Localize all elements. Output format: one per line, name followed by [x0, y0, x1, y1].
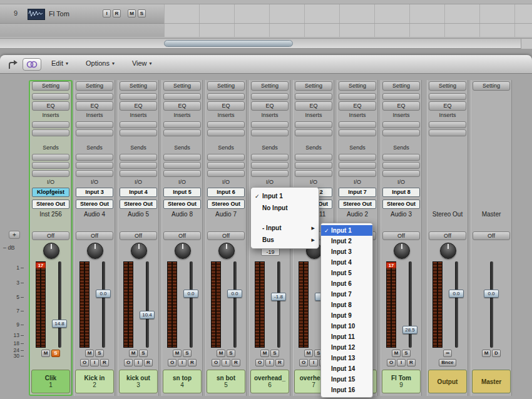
track-name-label[interactable]: Master [472, 370, 511, 393]
fader-cap[interactable]: 0.0 [449, 290, 464, 298]
channel-strip-sn-bot[interactable]: SettingEQInsertsSendsI/OInput 6Stereo Ou… [205, 80, 247, 396]
submenu-item[interactable]: Input 9 [321, 310, 372, 321]
o-button[interactable]: O [299, 359, 308, 366]
channel-strip-kick-out[interactable]: SettingEQInsertsSendsI/OInput 4Stereo Ou… [118, 80, 159, 396]
track-button-m[interactable]: M [128, 9, 136, 18]
horizontal-scrollbar[interactable] [0, 38, 532, 49]
fader-track[interactable] [455, 261, 458, 348]
send-slot[interactable] [32, 162, 69, 169]
setting-button[interactable]: Setting [339, 81, 376, 91]
send-slot[interactable] [32, 170, 69, 177]
send-slot[interactable] [76, 162, 113, 169]
send-slot[interactable] [163, 162, 201, 169]
strip-slot[interactable] [120, 93, 157, 100]
channel-strip-output[interactable]: SettingEQInsertsStereo OutOff0.0∞BnceOut… [427, 80, 468, 396]
setting-button[interactable]: Setting [429, 81, 466, 91]
submenu-item[interactable]: Input 14 [321, 363, 372, 374]
send-slot[interactable] [163, 170, 201, 177]
insert-slot[interactable] [251, 129, 289, 136]
setting-button[interactable]: Setting [163, 81, 201, 91]
bounce-button[interactable]: Bnce [439, 359, 456, 366]
insert-slot[interactable] [339, 121, 376, 128]
input-monitor-button[interactable]: I [134, 359, 143, 366]
send-slot[interactable] [120, 170, 157, 177]
send-slot[interactable] [207, 154, 245, 161]
submenu-item[interactable]: Input 3 [321, 246, 372, 257]
mute-button[interactable]: M [129, 350, 138, 357]
strip-slot[interactable] [339, 93, 376, 100]
strip-slot[interactable] [295, 93, 332, 100]
send-slot[interactable] [251, 154, 289, 161]
input-slot[interactable]: Input 7 [339, 188, 376, 197]
setting-button[interactable]: Setting [120, 81, 157, 91]
pan-knob[interactable] [43, 243, 59, 259]
record-button[interactable]: R [188, 359, 197, 366]
automation-mode-button[interactable]: Off [163, 231, 201, 240]
insert-slot[interactable] [382, 129, 420, 136]
submenu-item[interactable]: Input 7 [321, 289, 372, 300]
solo-button[interactable]: S [227, 350, 235, 357]
fader-cap[interactable]: 0.0 [96, 290, 111, 298]
scrollbar-thumb[interactable] [164, 40, 293, 47]
insert-slot[interactable] [207, 121, 245, 128]
send-slot[interactable] [207, 162, 245, 169]
insert-slot[interactable] [163, 121, 201, 128]
submenu-item[interactable]: Input 15 [321, 374, 372, 385]
eq-button[interactable]: EQ [429, 101, 466, 111]
add-strip-button[interactable]: + [9, 231, 20, 239]
channel-strip-clik[interactable]: SettingEQInsertsSendsI/OKlopfgeistStereo… [30, 80, 71, 396]
solo-button[interactable]: S [270, 350, 279, 357]
strip-slot[interactable] [163, 93, 201, 100]
send-slot[interactable] [382, 170, 420, 177]
submenu-item[interactable]: Input 13 [321, 353, 372, 363]
track-name-label[interactable]: Kick in2 [75, 370, 114, 393]
submenu-item[interactable]: Input 5 [321, 268, 372, 278]
input-monitor-button[interactable]: I [90, 359, 99, 366]
record-button[interactable]: R [232, 359, 240, 366]
input-slot[interactable]: Input 6 [207, 188, 245, 197]
mute-button[interactable]: M [85, 350, 94, 357]
insert-slot[interactable] [295, 129, 332, 136]
menu-item[interactable]: No Input [251, 202, 319, 214]
eq-button[interactable]: EQ [163, 101, 201, 111]
send-slot[interactable] [163, 154, 201, 161]
track-name-label[interactable]: Clik1 [31, 370, 70, 393]
output-slot[interactable]: Stereo Out [32, 200, 69, 209]
menu-item[interactable]: - Input▶ [251, 222, 319, 234]
dim-button[interactable]: D [492, 350, 501, 357]
insert-slot[interactable] [382, 121, 420, 128]
stereo-format-button[interactable]: ∞ [443, 350, 452, 357]
send-slot[interactable] [120, 162, 157, 169]
mute-button[interactable]: M [41, 350, 50, 357]
send-slot[interactable] [32, 154, 69, 161]
mute-button[interactable]: M [482, 350, 491, 357]
track-button-i[interactable]: I [103, 9, 111, 18]
link-button[interactable] [23, 58, 41, 71]
send-slot[interactable] [120, 154, 157, 161]
insert-slot[interactable] [207, 129, 245, 136]
fader-track[interactable] [190, 261, 193, 348]
o-button[interactable]: O [255, 359, 264, 366]
o-button[interactable]: O [212, 359, 220, 366]
setting-button[interactable]: Setting [32, 81, 69, 91]
insert-slot[interactable] [295, 121, 332, 128]
menubar-item-options[interactable]: Options▾ [86, 59, 115, 67]
submenu-item[interactable]: Input 12 [321, 342, 372, 353]
o-button[interactable]: O [124, 359, 133, 366]
channel-strip-kick-in[interactable]: SettingEQInsertsSendsI/OInput 3Stereo Ou… [74, 80, 115, 396]
send-slot[interactable] [76, 154, 113, 161]
strip-slot[interactable] [382, 93, 420, 100]
strip-slot[interactable] [32, 93, 69, 100]
submenu-item[interactable]: Input 4 [321, 257, 372, 268]
track-row[interactable]: 9 Fl Tom IRMS [0, 4, 164, 24]
track-name-label[interactable]: sn bot5 [207, 370, 245, 393]
menubar-item-edit[interactable]: Edit▾ [51, 59, 68, 67]
fader-cap[interactable]: 0.0 [183, 290, 198, 298]
strip-slot[interactable] [207, 93, 245, 100]
fader-track[interactable] [277, 261, 280, 348]
track-name-label[interactable]: Fl Tom9 [382, 370, 421, 393]
record-button[interactable]: R [407, 359, 416, 366]
fader-cap[interactable]: 28.5 [402, 326, 417, 334]
solo-button[interactable]: S [183, 350, 192, 357]
eq-button[interactable]: EQ [339, 101, 376, 111]
